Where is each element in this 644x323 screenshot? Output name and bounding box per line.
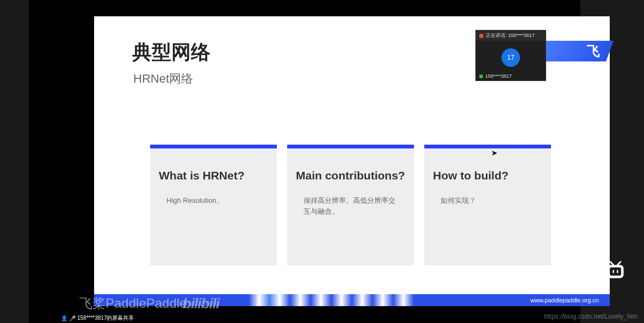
card-title: Main contributions? [296,169,405,182]
participant-name: 158****3817 [485,73,512,79]
screen-share-status: 👤 🎤 158****3817的屏幕共享 [58,313,138,323]
participant-footer: 158****3817 [476,72,546,80]
slide-subtitle: HRNet网络 [133,71,193,87]
mic-icon: 🎤 [69,315,76,321]
speaking-indicator: 正在讲话: 158****3817 [476,30,546,41]
bilibili-tv-icon[interactable] [603,258,628,282]
card-what-is: What is HRNet? High Resolution。 [150,145,277,265]
mic-muted-icon [479,34,484,38]
presenter-cursor-icon: ➤ [491,148,498,157]
svg-rect-1 [610,268,621,276]
card-body: 如何实现？ [433,195,542,206]
avatar[interactable]: 17 [501,48,520,67]
card-title: What is HRNet? [159,169,268,182]
card-body: 保持高分辨率。高低分辨率交互与融合。 [296,195,405,216]
person-icon: 👤 [61,315,67,321]
card-how-to-build: How to build? 如何实现？ [424,145,551,265]
participant-panel[interactable]: 正在讲话: 158****3817 17 158****3817 [475,30,546,81]
card-contributions: Main contributions? 保持高分辨率。高低分辨率交互与融合。 [287,145,414,265]
sharing-text: 158****3817的屏幕共享 [77,314,134,322]
slide-title: 典型网络 [132,39,210,66]
mic-on-icon [479,74,483,78]
speaking-label: 正在讲话: 158****3817 [486,32,535,39]
csdn-watermark: https://blog.csdn.net/Lovely_him [544,313,637,320]
bilibili-watermark: bilibili [183,295,219,312]
paddle-watermark: 飞桨PaddlePaddle [79,295,187,312]
avatar-initials: 17 [507,54,514,61]
system-cursor-icon: ◤ [600,128,605,136]
video-area[interactable]: 典型网络 HRNet网络 飞 What is HRNet? High Resol… [29,0,580,323]
footer-url: www.paddlepaddle.org.cn [530,297,599,303]
card-row: What is HRNet? High Resolution。 Main con… [150,145,551,265]
brand-logo-text: 飞 [587,42,600,60]
card-title: How to build? [433,169,542,182]
card-body: High Resolution。 [159,195,268,206]
